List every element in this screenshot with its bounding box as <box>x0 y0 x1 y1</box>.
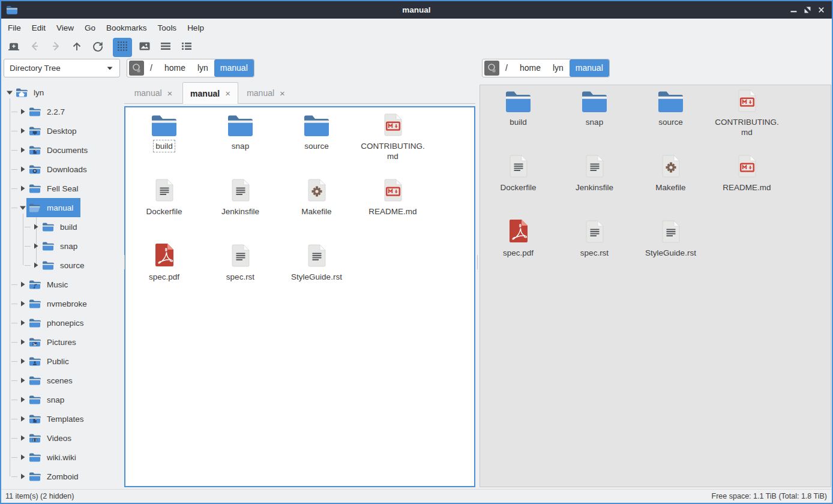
left-pane-file-README.md[interactable]: README.md <box>355 176 431 241</box>
right-pane-file-Jenkinsfile[interactable]: Jenkinsfile <box>556 152 633 217</box>
right-pane-file-source[interactable]: source <box>633 86 709 152</box>
left-pane-file-source[interactable]: source <box>278 110 355 176</box>
tree-item-body[interactable]: Desktop <box>26 121 84 140</box>
tree-item-music[interactable]: Music <box>1 275 124 294</box>
expander-collapsed-icon[interactable] <box>19 185 26 192</box>
menu-bookmarks[interactable]: Bookmarks <box>101 20 152 36</box>
expander-collapsed-icon[interactable] <box>19 300 26 307</box>
forward-button[interactable] <box>46 38 65 57</box>
pane-splitter-handle[interactable] <box>477 255 478 269</box>
expander-collapsed-icon[interactable] <box>19 319 26 326</box>
right-pane-file-README.md[interactable]: README.md <box>709 152 785 217</box>
up-button[interactable] <box>67 38 86 57</box>
tree-item-source[interactable]: source <box>1 256 124 275</box>
left-pane-file-view[interactable]: buildsnapsourceCONTRIBUTING.mdDockerfile… <box>124 106 475 487</box>
tree-item-body[interactable]: 2.2.7 <box>26 102 72 121</box>
expander-expanded-icon[interactable] <box>19 204 26 211</box>
expander-collapsed-icon[interactable] <box>19 108 26 115</box>
right-pane-file-spec.pdf[interactable]: spec.pdf <box>480 217 556 283</box>
menu-file[interactable]: File <box>2 20 26 36</box>
tab-manual-3[interactable]: manual× <box>238 82 293 104</box>
tab-close-icon[interactable]: × <box>225 89 230 98</box>
tree-item-nvmebroke[interactable]: nvmebroke <box>1 294 124 313</box>
left-pane-crumb-lyn[interactable]: lyn <box>191 59 214 77</box>
right-pane-file-Makefile[interactable]: Makefile <box>633 152 709 217</box>
expander-collapsed-icon[interactable] <box>32 242 40 250</box>
right-pane-file-snap[interactable]: snap <box>556 86 633 152</box>
detailed-list-view-button[interactable] <box>177 38 196 57</box>
expander-collapsed-icon[interactable] <box>19 166 26 173</box>
expander-collapsed-icon[interactable] <box>19 473 26 480</box>
left-pane-drive-icon[interactable] <box>129 61 144 76</box>
tree-item-downloads[interactable]: Downloads <box>1 160 124 179</box>
tree-item-body[interactable]: Documents <box>26 140 95 160</box>
expander-collapsed-icon[interactable] <box>19 434 26 442</box>
right-pane-crumb-manual[interactable]: manual <box>570 59 609 77</box>
menu-view[interactable]: View <box>51 20 79 36</box>
tree-item-body[interactable]: Pictures <box>26 332 83 352</box>
right-pane-file-spec.rst[interactable]: spec.rst <box>556 217 633 283</box>
tree-item-body[interactable]: Public <box>26 352 76 371</box>
right-pane-file-view[interactable]: buildsnapsourceCONTRIBUTING.mdDockerfile… <box>480 85 831 487</box>
left-pane-file-Makefile[interactable]: Makefile <box>278 176 355 241</box>
tree-item-scenes[interactable]: scenes <box>1 371 124 390</box>
expander-collapsed-icon[interactable] <box>19 415 26 422</box>
expander-collapsed-icon[interactable] <box>19 396 26 403</box>
left-pane-file-build[interactable]: build <box>126 110 202 176</box>
expander-collapsed-icon[interactable] <box>19 338 26 346</box>
tree-item-body[interactable]: phonepics <box>26 313 91 332</box>
expander-collapsed-icon[interactable] <box>19 146 26 154</box>
right-pane-crumb-root[interactable]: / <box>499 59 514 77</box>
tree-item-documents[interactable]: Documents <box>1 140 124 160</box>
left-pane-crumb-home[interactable]: home <box>158 59 191 77</box>
left-pane-file-Dockerfile[interactable]: Dockerfile <box>126 176 202 241</box>
thumbnail-view-button[interactable] <box>135 38 154 57</box>
right-pane-drive-icon[interactable] <box>484 61 499 76</box>
left-pane-file-snap[interactable]: snap <box>202 110 278 176</box>
tree-item-body[interactable]: source <box>40 256 92 275</box>
tree-item-templates[interactable]: Templates <box>1 409 124 428</box>
right-pane-file-StyleGuide.rst[interactable]: StyleGuide.rst <box>633 217 709 283</box>
tab-close-icon[interactable]: × <box>280 89 285 98</box>
back-button[interactable] <box>25 38 44 57</box>
close-button[interactable] <box>814 1 828 19</box>
tree-item-body[interactable]: lyn <box>13 83 51 102</box>
tree-item-body[interactable]: Music <box>26 275 75 294</box>
tree-item-snap[interactable]: snap <box>1 390 124 409</box>
left-pane-crumb-root[interactable]: / <box>144 59 158 77</box>
tab-close-icon[interactable]: × <box>167 89 173 98</box>
left-pane-file-StyleGuide.rst[interactable]: StyleGuide.rst <box>278 241 355 307</box>
expander-collapsed-icon[interactable] <box>19 454 26 461</box>
expander-collapsed-icon[interactable] <box>19 281 26 288</box>
menu-edit[interactable]: Edit <box>26 20 51 36</box>
right-pane-crumb-lyn[interactable]: lyn <box>547 59 570 77</box>
titlebar[interactable]: manual <box>1 1 832 19</box>
tree-item-2-2-7[interactable]: 2.2.7 <box>1 102 124 121</box>
tree-item-body[interactable]: manual <box>26 198 80 217</box>
menu-go[interactable]: Go <box>79 20 101 36</box>
expander-collapsed-icon[interactable] <box>19 377 26 384</box>
tree-item-snap[interactable]: snap <box>1 236 124 256</box>
tree-item-build[interactable]: build <box>1 217 124 236</box>
maximize-button[interactable] <box>801 1 814 19</box>
tree-item-body[interactable]: Templates <box>26 409 91 428</box>
expander-collapsed-icon[interactable] <box>32 223 40 230</box>
right-pane-file-Dockerfile[interactable]: Dockerfile <box>480 152 556 217</box>
minimize-button[interactable] <box>787 1 801 19</box>
tree-item-fell-seal[interactable]: Fell Seal <box>1 179 124 198</box>
left-pane-file-Jenkinsfile[interactable]: Jenkinsfile <box>202 176 278 241</box>
tree-item-body[interactable]: Videos <box>26 428 79 448</box>
tree-item-lyn[interactable]: lyn <box>1 83 124 102</box>
reload-button[interactable] <box>88 38 107 57</box>
left-pane-file-spec.rst[interactable]: spec.rst <box>202 241 278 307</box>
tree-item-zomboid[interactable]: Zomboid <box>1 467 124 486</box>
icon-view-button[interactable] <box>113 38 132 57</box>
tree-item-videos[interactable]: Videos <box>1 428 124 448</box>
sidebar-mode-selector[interactable]: Directory Tree <box>4 59 120 77</box>
tree-item-body[interactable]: snap <box>26 390 71 409</box>
tree-item-manual[interactable]: manual <box>1 198 124 217</box>
expander-collapsed-icon[interactable] <box>32 262 40 269</box>
tree-item-body[interactable]: scenes <box>26 371 80 390</box>
tab-manual-1[interactable]: manual× <box>124 82 182 104</box>
right-pane-file-CONTRIBUTING.md[interactable]: CONTRIBUTING.md <box>709 86 785 152</box>
